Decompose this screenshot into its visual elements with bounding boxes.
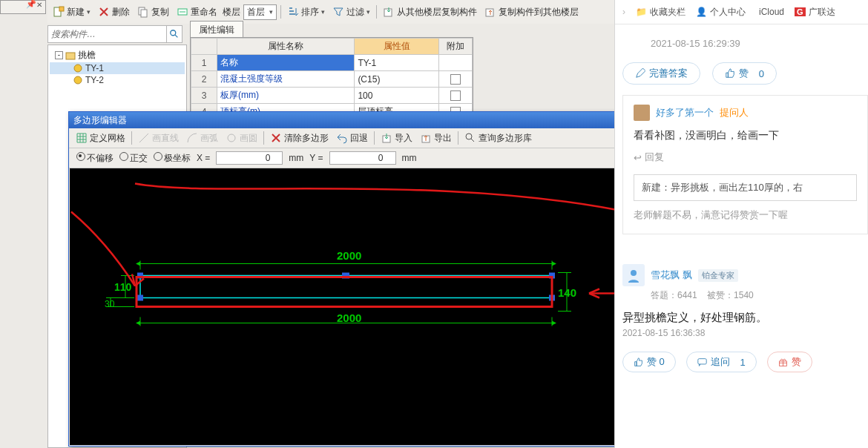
copy-to-label: 复制构件到其他楼层 bbox=[499, 6, 579, 19]
cell-value[interactable]: 100 bbox=[355, 88, 439, 104]
y-input[interactable]: 0 bbox=[329, 151, 396, 165]
col-value: 属性值 bbox=[355, 39, 439, 55]
table-row[interactable]: 3 板厚(mm) 100 bbox=[191, 88, 473, 104]
import-icon bbox=[381, 132, 392, 144]
copy-to-button[interactable]: 复制构件到其他楼层 bbox=[482, 4, 581, 20]
svg-rect-18 bbox=[137, 295, 143, 301]
answer-author[interactable]: 好多了第一个 bbox=[656, 106, 714, 119]
polygon-editor-window: 多边形编辑器 ✕ 定义网格 画直线 画弧 画圆 bbox=[68, 111, 634, 447]
bookmark-gld[interactable]: G广联达 bbox=[795, 6, 835, 19]
label: 极坐标 bbox=[164, 153, 191, 163]
new-button[interactable]: 新建 ▾ bbox=[50, 4, 93, 20]
svg-point-9 bbox=[74, 65, 82, 72]
export-button[interactable]: 导出 bbox=[418, 131, 454, 146]
bookmark-personal[interactable]: 👤个人中心 bbox=[696, 6, 746, 19]
col-name: 属性名称 bbox=[217, 39, 355, 55]
separator bbox=[374, 131, 375, 145]
clear-polygon-button[interactable]: 清除多边形 bbox=[268, 131, 331, 146]
reply-button[interactable]: ↩ 回复 bbox=[634, 151, 857, 164]
copy-from-button[interactable]: 从其他楼层复制构件 bbox=[381, 4, 479, 20]
tree-item-label: TY-2 bbox=[85, 75, 104, 85]
tree-item-ty1[interactable]: TY-1 bbox=[50, 62, 185, 74]
svg-point-7 bbox=[171, 30, 176, 36]
sort-icon bbox=[287, 6, 299, 18]
separator bbox=[458, 131, 458, 145]
search-button[interactable] bbox=[167, 25, 183, 43]
sort-button[interactable]: 排序 ▾ bbox=[285, 4, 327, 20]
drawing-canvas[interactable]: 2000 2000 110 30 140 bbox=[70, 168, 632, 445]
user-icon: 👤 bbox=[696, 7, 707, 17]
answer-card: 好多了第一个 提问人 看看补图，没画明白，给画一下 ↩ 回复 新建：异形挑板，画… bbox=[622, 95, 868, 234]
row-num: 2 bbox=[191, 71, 217, 88]
window-titlebar[interactable]: 多边形编辑器 ✕ bbox=[69, 112, 633, 128]
quote-box: 新建：异形挑板，画出左110厚的，右 bbox=[634, 174, 857, 201]
main-toolbar: 新建 ▾ 删除 复制 重命名 楼层 首层 ▾ 排序 ▾ 过滤 ▾ bbox=[47, 0, 614, 24]
avatar[interactable] bbox=[634, 105, 650, 121]
table-row[interactable]: 2 混凝土强度等级 (C15) bbox=[191, 71, 473, 88]
arc-icon bbox=[186, 132, 198, 144]
tree-root-label: 挑檐 bbox=[78, 49, 96, 62]
radio-ortho[interactable]: 正交 bbox=[119, 152, 148, 165]
x-input[interactable]: 0 bbox=[216, 151, 283, 165]
cell-extra[interactable] bbox=[439, 88, 473, 104]
filter-button[interactable]: 过滤 ▾ bbox=[330, 4, 372, 20]
folder-icon bbox=[65, 50, 76, 61]
floor-combo[interactable]: 首层 ▾ bbox=[243, 4, 277, 20]
like-count: 0 bbox=[759, 68, 764, 79]
answer2-timestamp: 2021-08-15 16:36:38 bbox=[622, 328, 868, 338]
followup-count: 1 bbox=[740, 357, 745, 368]
draw-line-button: 画直线 bbox=[136, 131, 181, 146]
tab-property[interactable]: 属性编辑 bbox=[190, 21, 243, 38]
pin-icon[interactable]: 📌 bbox=[26, 0, 36, 9]
import-button[interactable]: 导入 bbox=[378, 131, 415, 146]
like-button-2[interactable]: 赞 0 bbox=[622, 352, 676, 372]
table-row[interactable]: 1 名称 TY-1 bbox=[191, 55, 473, 71]
dim-left-big: 110 bbox=[114, 281, 132, 293]
define-grid-button[interactable]: 定义网格 bbox=[73, 131, 128, 146]
tree-item-ty2[interactable]: TY-2 bbox=[50, 74, 185, 86]
answer2-author[interactable]: 雪花飘 飘 bbox=[651, 269, 692, 282]
query-library-button[interactable]: 查询多边形库 bbox=[462, 131, 534, 146]
sort-label: 排序 bbox=[301, 6, 319, 19]
copy-icon bbox=[137, 6, 149, 18]
close-icon[interactable]: ✕ bbox=[36, 1, 42, 9]
minus-icon[interactable]: - bbox=[55, 51, 63, 59]
radio-icon bbox=[119, 152, 128, 161]
avatar[interactable] bbox=[622, 264, 645, 286]
tree-root[interactable]: - 挑檐 bbox=[50, 48, 185, 62]
copy-label: 复制 bbox=[151, 6, 169, 19]
improve-answer-button[interactable]: 完善答案 bbox=[622, 62, 700, 85]
radio-polar[interactable]: 极坐标 bbox=[154, 152, 191, 165]
answer-body: 看看补图，没画明白，给画一下 bbox=[634, 127, 857, 143]
cell-value[interactable]: TY-1 bbox=[355, 55, 439, 71]
answer2-actions: 赞 0 追问 1 赞 bbox=[622, 352, 868, 372]
svg-point-22 bbox=[631, 270, 637, 276]
label: 清除多边形 bbox=[284, 132, 329, 145]
copy-button[interactable]: 复制 bbox=[135, 4, 171, 20]
like-button[interactable]: 赞 0 bbox=[712, 62, 777, 85]
circle-icon bbox=[226, 132, 237, 144]
followup-button[interactable]: 追问 1 bbox=[686, 352, 757, 372]
label: 回复 bbox=[645, 151, 664, 164]
separator bbox=[131, 131, 132, 145]
tip-button[interactable]: 赞 bbox=[767, 352, 812, 372]
checkbox[interactable] bbox=[450, 90, 461, 101]
draw-circle-button: 画圆 bbox=[223, 131, 260, 146]
unit-label: mm bbox=[402, 153, 417, 163]
dim-top: 2000 bbox=[337, 249, 361, 262]
cell-value[interactable]: (C15) bbox=[355, 71, 439, 88]
rename-button[interactable]: 重命名 bbox=[174, 4, 220, 20]
cell-name: 混凝土强度等级 bbox=[217, 71, 355, 88]
chevron-right-icon[interactable]: › bbox=[622, 7, 625, 17]
delete-button[interactable]: 删除 bbox=[96, 4, 132, 20]
bookmark-fav[interactable]: 📁收藏夹栏 bbox=[636, 6, 685, 19]
cell-extra[interactable] bbox=[439, 71, 473, 88]
checkbox[interactable] bbox=[450, 74, 461, 85]
radio-nooffset[interactable]: 不偏移 bbox=[76, 152, 114, 165]
bookmark-icloud[interactable]: iCloud bbox=[756, 7, 784, 17]
answer-card-2: 雪花飘 飘 铂金专家 答题：6441 被赞：1540 异型挑檐定义，好处理钢筋。… bbox=[622, 264, 868, 372]
y-value: 0 bbox=[378, 153, 384, 163]
search-input[interactable] bbox=[47, 25, 167, 43]
undo-button[interactable]: 回退 bbox=[334, 131, 370, 146]
action-row: 完善答案 赞 0 bbox=[615, 62, 868, 95]
